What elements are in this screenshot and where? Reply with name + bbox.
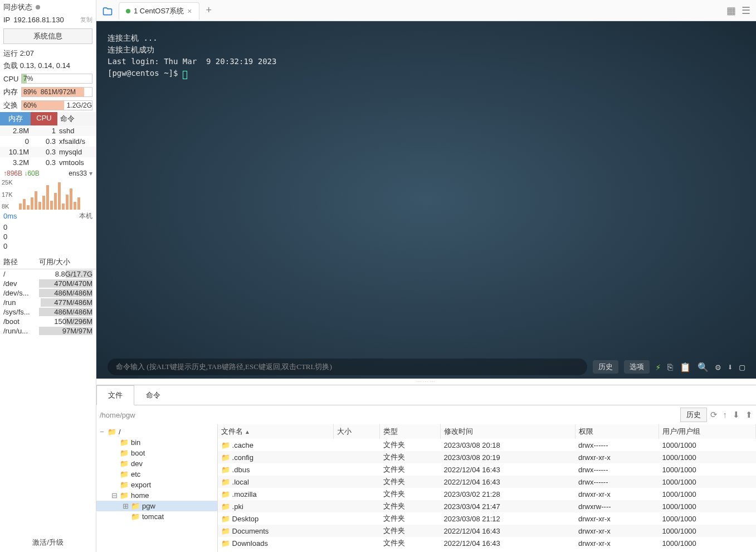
proc-hdr-mem[interactable]: 内存 <box>0 112 31 125</box>
folder-icon[interactable] <box>96 4 119 17</box>
sync-status: 同步状态 <box>0 0 96 14</box>
disk-row[interactable]: /8.8G/17.7G <box>0 269 96 279</box>
copy-ip-button[interactable]: 复制 <box>80 16 92 24</box>
sync-label: 同步状态 <box>3 2 32 12</box>
tab-command[interactable]: 命令 <box>134 385 172 405</box>
disk-row[interactable]: /dev/s...486M/486M <box>0 288 96 298</box>
disk-row[interactable]: /boot150M/296M <box>0 317 96 326</box>
disk-row[interactable]: /sys/fs...486M/486M <box>0 307 96 317</box>
bolt-icon[interactable]: ⚡ <box>655 362 661 372</box>
command-input[interactable]: 命令输入 (按ALT键提示历史,TAB键路径,ESC键返回,双击CTRL切换) <box>108 359 587 375</box>
proc-row[interactable]: 00.3xfsaild/s <box>0 136 96 147</box>
network-graph: 25K 17K 8K <box>0 179 96 210</box>
proc-hdr-cmd[interactable]: 命令 <box>57 112 96 125</box>
session-tab[interactable]: 1 CentOS7系统 × <box>119 2 199 20</box>
latency-row: 0ms 本机 <box>0 210 96 222</box>
col-perm[interactable]: 权限 <box>575 424 659 439</box>
disk-row[interactable]: /dev470M/470M <box>0 279 96 288</box>
resize-handle[interactable]: ⋯⋯⋯ <box>96 379 756 385</box>
ip-value: 192.168.81.130 <box>13 16 64 24</box>
file-row[interactable]: 📁 Desktop文件夹2023/03/08 21:12drwxr-xr-x10… <box>218 512 756 525</box>
activate-upgrade-button[interactable]: 激活/升级 <box>0 533 96 552</box>
terminal-options-button[interactable]: 选项 <box>624 360 650 374</box>
net-interface[interactable]: ens33 <box>69 170 87 177</box>
terminal-history-button[interactable]: 历史 <box>593 360 618 374</box>
disk-table: 路径 可用/大小 /8.8G/17.7G/dev470M/470M/dev/s.… <box>0 255 96 336</box>
net-down: ↓60B <box>24 170 39 177</box>
copy-icon[interactable]: ⎘ <box>667 362 673 372</box>
file-row[interactable]: 📁 .config文件夹2023/03/08 20:19drwxr-xr-x10… <box>218 451 756 463</box>
load: 负载 0.13, 0.14, 0.14 <box>0 60 96 72</box>
grid-view-icon[interactable]: ▦ <box>726 4 736 17</box>
disk-hdr-path[interactable]: 路径 <box>3 257 39 267</box>
file-row[interactable]: 📁 .mozilla文件夹2023/03/02 21:28drwxr-xr-x1… <box>218 488 756 500</box>
file-row[interactable]: 📁 .dbus文件夹2022/12/04 16:43drwx------1000… <box>218 463 756 476</box>
cpu-row: CPU 7% <box>0 72 96 85</box>
tab-bar: 1 CentOS7系统 × + ▦ ☰ <box>96 0 756 21</box>
tree-node[interactable]: 📁export <box>96 480 217 490</box>
network-stats: ↑896B ↓60B ens33 ▾ <box>0 168 96 179</box>
tree-node[interactable]: 📁bin <box>96 437 217 448</box>
status-dot-icon <box>126 9 130 13</box>
up-icon[interactable]: ↑ <box>723 410 728 420</box>
terminal-line: [pgw@centos ~]$ <box>108 67 745 79</box>
tab-label: 1 CentOS7系统 <box>134 6 184 16</box>
swap-row: 交换 60%1.2G/2G <box>0 99 96 112</box>
close-tab-icon[interactable]: × <box>187 7 192 16</box>
gear-icon[interactable]: ⚙ <box>715 362 721 372</box>
file-row[interactable]: 📁 Downloads文件夹2022/12/04 16:43drwxr-xr-x… <box>218 537 756 549</box>
terminal[interactable]: 连接主机 ...连接主机成功Last login: Thu Mar 9 20:3… <box>96 21 756 379</box>
ip-label: IP <box>3 16 10 24</box>
terminal-line: Last login: Thu Mar 9 20:32:19 2023 <box>108 56 745 67</box>
disk-row[interactable]: /run/u...97M/97M <box>0 326 96 336</box>
tree-node[interactable]: 📁etc <box>96 469 217 480</box>
tab-file[interactable]: 文件 <box>96 385 134 405</box>
menu-icon[interactable]: ☰ <box>742 4 750 17</box>
tree-node[interactable]: 📁tomcat <box>96 511 217 522</box>
tree-node[interactable]: ⊞📁pgw <box>96 501 217 511</box>
terminal-line: 连接主机 ... <box>108 32 745 44</box>
col-owner[interactable]: 用户/用户组 <box>659 424 755 439</box>
system-info-button[interactable]: 系统信息 <box>3 28 92 44</box>
tree-node[interactable]: −📁/ <box>96 427 217 437</box>
file-row[interactable]: 📁 .local文件夹2022/12/04 16:43drwx------100… <box>218 476 756 488</box>
col-mtime[interactable]: 修改时间 <box>441 424 575 439</box>
sync-dot-icon <box>36 5 40 9</box>
tree-node[interactable]: 📁boot <box>96 448 217 458</box>
proc-row[interactable]: 10.1M0.3mysqld <box>0 147 96 157</box>
proc-row[interactable]: 2.8M1sshd <box>0 125 96 136</box>
ip-row: IP 192.168.81.130 复制 <box>0 14 96 25</box>
mem-row: 内存 89% 861M/972M <box>0 85 96 99</box>
process-table: 内存 CPU 命令 2.8M1sshd00.3xfsaild/s10.1M0.3… <box>0 112 96 168</box>
fullscreen-icon[interactable]: ▢ <box>739 362 745 372</box>
col-type[interactable]: 类型 <box>380 424 441 439</box>
file-list[interactable]: 文件名▲ 大小 类型 修改时间 权限 用户/用户组 📁 .cache文件夹202… <box>218 424 756 552</box>
proc-hdr-cpu[interactable]: CPU <box>31 112 57 125</box>
disk-hdr-size[interactable]: 可用/大小 <box>39 257 70 267</box>
proc-row[interactable]: 3.2M0.3vmtools <box>0 157 96 168</box>
disk-row[interactable]: /run477M/486M <box>0 298 96 307</box>
file-row[interactable]: 📁 Documents文件夹2022/12/04 16:43drwxr-xr-x… <box>218 525 756 537</box>
file-panel-tabs: 文件 命令 <box>96 385 756 405</box>
paste-icon[interactable]: 📋 <box>680 362 691 372</box>
tree-node[interactable]: 📁dev <box>96 458 217 469</box>
col-filename[interactable]: 文件名▲ <box>218 424 334 439</box>
file-row[interactable]: 📁 .cache文件夹2023/03/08 20:18drwx------100… <box>218 439 756 451</box>
net-up: ↑896B <box>3 170 22 177</box>
upload-file-icon[interactable]: ⬆ <box>745 410 753 420</box>
uptime: 运行 2:07 <box>0 47 96 60</box>
download-file-icon[interactable]: ⬇ <box>733 410 740 420</box>
refresh-icon[interactable]: ⟳ <box>710 410 718 420</box>
col-size[interactable]: 大小 <box>334 424 380 439</box>
add-tab-button[interactable]: + <box>199 4 219 16</box>
terminal-line: 连接主机成功 <box>108 44 745 56</box>
download-icon[interactable]: ⬇ <box>728 362 733 372</box>
path-input[interactable]: /home/pgw <box>100 411 677 419</box>
file-row[interactable]: 📁 .pki文件夹2023/03/04 21:47drwxrw----1000/… <box>218 500 756 512</box>
tree-node[interactable]: ⊟📁home <box>96 490 217 501</box>
latency-values: 0 0 0 <box>0 222 96 251</box>
search-icon[interactable]: 🔍 <box>698 362 709 372</box>
path-history-button[interactable]: 历史 <box>680 408 707 422</box>
directory-tree[interactable]: −📁/📁bin📁boot📁dev📁etc📁export⊟📁home⊞📁pgw📁t… <box>96 424 218 552</box>
